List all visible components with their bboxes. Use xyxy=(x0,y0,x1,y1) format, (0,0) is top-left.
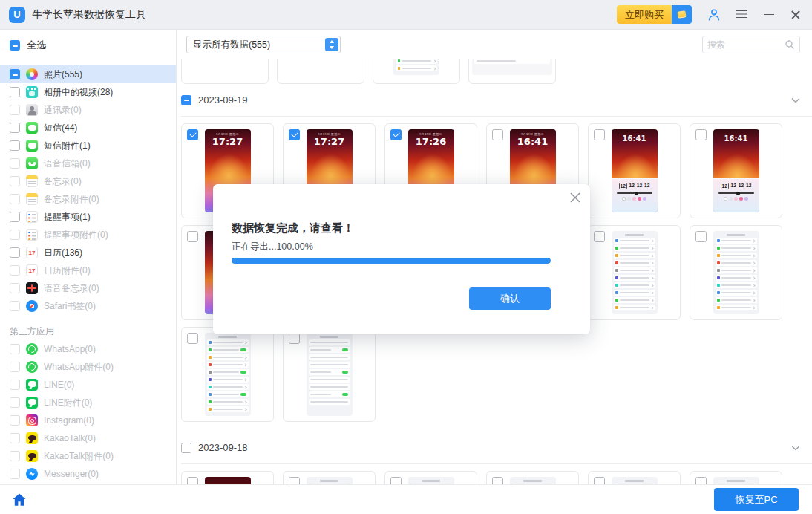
search-box[interactable] xyxy=(702,36,800,53)
select-all-row[interactable]: 全选 xyxy=(0,30,176,61)
category-checkbox[interactable] xyxy=(10,469,20,479)
select-all-checkbox[interactable] xyxy=(10,40,20,51)
buy-now-button[interactable]: 立即购买 xyxy=(617,5,692,24)
photo-card[interactable] xyxy=(690,471,782,484)
menu-icon[interactable] xyxy=(736,9,748,21)
chevron-down-icon[interactable] xyxy=(790,442,802,454)
dropdown-spinner-icon[interactable] xyxy=(325,38,338,51)
photo-card[interactable]: 16:4112121212 xyxy=(690,123,782,218)
photo-card[interactable] xyxy=(588,471,681,484)
category-checkbox[interactable] xyxy=(10,344,20,354)
data-filter-dropdown[interactable]: 显示所有数据(555) xyxy=(186,36,341,53)
photo-checkbox[interactable] xyxy=(594,231,605,242)
photo-checkbox[interactable] xyxy=(187,129,198,140)
confirm-button[interactable]: 确认 xyxy=(469,287,551,310)
sidebar-item-video[interactable]: 相册中的视频(28) xyxy=(0,83,176,101)
category-checkbox[interactable] xyxy=(10,87,20,97)
category-checkbox[interactable] xyxy=(10,301,20,311)
date-group-header[interactable]: 2023-09-19 xyxy=(181,84,812,117)
photo-checkbox[interactable] xyxy=(492,129,503,140)
category-checkbox[interactable] xyxy=(10,69,20,79)
sidebar-item-messenger[interactable]: Messenger(0) xyxy=(0,465,176,483)
photo-card[interactable] xyxy=(373,59,460,84)
screenshot-titlebar xyxy=(625,234,644,236)
photo-checkbox[interactable] xyxy=(594,129,605,140)
category-checkbox[interactable] xyxy=(10,123,20,133)
category-checkbox[interactable] xyxy=(10,247,20,258)
category-checkbox[interactable] xyxy=(10,194,20,204)
recover-to-pc-button[interactable]: 恢复至PC xyxy=(714,488,799,511)
photo-checkbox[interactable] xyxy=(289,333,300,344)
sidebar-item-kakaotalk[interactable]: KakaoTalk(0) xyxy=(0,429,176,447)
sidebar-item-notes[interactable]: 备忘录(0) xyxy=(0,172,176,190)
category-checkbox[interactable] xyxy=(10,451,20,461)
category-checkbox[interactable] xyxy=(10,212,20,222)
category-checkbox[interactable] xyxy=(10,397,20,408)
photo-card[interactable] xyxy=(384,471,477,484)
photo-card[interactable] xyxy=(588,225,681,320)
sidebar-item-voicemail[interactable]: 语音信箱(0) xyxy=(0,154,176,172)
home-icon[interactable] xyxy=(12,492,27,507)
photo-checkbox[interactable] xyxy=(695,129,707,140)
sidebar-item-notes[interactable]: 备忘录附件(0) xyxy=(0,190,176,208)
photo-card[interactable]: 16:4112121212 xyxy=(588,123,681,218)
photo-checkbox[interactable] xyxy=(289,477,300,484)
sidebar-item-messages[interactable]: 短信附件(1) xyxy=(0,137,176,154)
photo-card[interactable] xyxy=(486,471,579,484)
photo-checkbox[interactable] xyxy=(289,129,300,140)
photo-card[interactable] xyxy=(277,59,364,84)
sidebar-item-reminders[interactable]: 提醒事项附件(0) xyxy=(0,226,176,244)
category-checkbox[interactable] xyxy=(10,230,20,240)
sidebar-item-instagram[interactable]: Instagram(0) xyxy=(0,411,176,429)
category-checkbox[interactable] xyxy=(10,415,20,426)
photo-card[interactable] xyxy=(181,327,274,422)
photo-card[interactable] xyxy=(181,59,269,84)
chevron-down-icon[interactable] xyxy=(790,94,802,106)
photo-checkbox[interactable] xyxy=(187,231,198,242)
photo-card[interactable] xyxy=(283,471,376,484)
photo-checkbox[interactable] xyxy=(390,129,402,140)
sidebar-item-safari[interactable]: Safari书签(0) xyxy=(0,297,176,315)
photo-checkbox[interactable] xyxy=(695,231,707,242)
category-checkbox[interactable] xyxy=(10,176,20,186)
photo-card[interactable] xyxy=(283,327,376,422)
sidebar-item-line[interactable]: LINE(0) xyxy=(0,376,176,394)
photo-card[interactable] xyxy=(690,225,782,320)
photo-checkbox[interactable] xyxy=(594,477,605,484)
sidebar-item-calendar[interactable]: 日历(136) xyxy=(0,244,176,261)
screenshot-line xyxy=(213,409,242,410)
sidebar-item-whatsapp[interactable]: WhatsApp附件(0) xyxy=(0,358,176,376)
category-checkbox[interactable] xyxy=(10,105,20,115)
category-checkbox[interactable] xyxy=(10,283,20,293)
close-window-icon[interactable] xyxy=(790,9,802,21)
category-checkbox[interactable] xyxy=(10,433,20,443)
sidebar-item-whatsapp[interactable]: WhatsApp(0) xyxy=(0,340,176,358)
date-group-checkbox[interactable] xyxy=(181,443,191,453)
sidebar-item-contacts[interactable]: 通讯录(0) xyxy=(0,101,176,119)
sidebar-item-reminders[interactable]: 提醒事项(1) xyxy=(0,208,176,226)
sidebar-item-calendar[interactable]: 日历附件(0) xyxy=(0,261,176,279)
date-group-checkbox[interactable] xyxy=(181,95,191,105)
photo-checkbox[interactable] xyxy=(492,477,503,484)
category-checkbox[interactable] xyxy=(10,158,20,169)
minimize-icon[interactable] xyxy=(763,9,775,21)
category-checkbox[interactable] xyxy=(10,265,20,276)
search-input[interactable] xyxy=(707,39,785,50)
photo-card[interactable] xyxy=(181,471,274,484)
user-account-icon[interactable] xyxy=(707,7,721,22)
date-group-header[interactable]: 2023-09-18 xyxy=(181,432,812,464)
sidebar-item-line[interactable]: LINE附件(0) xyxy=(0,394,176,411)
category-checkbox[interactable] xyxy=(10,362,20,372)
sidebar-item-photos[interactable]: 照片(555) xyxy=(0,65,176,83)
sidebar-item-voicememo[interactable]: 语音备忘录(0) xyxy=(0,279,176,297)
sidebar-item-kakaotalk[interactable]: KakaoTalk附件(0) xyxy=(0,447,176,465)
photo-checkbox[interactable] xyxy=(187,477,198,484)
photo-checkbox[interactable] xyxy=(390,477,402,484)
photo-checkbox[interactable] xyxy=(695,477,707,484)
category-checkbox[interactable] xyxy=(10,140,20,151)
category-checkbox[interactable] xyxy=(10,380,20,390)
photo-checkbox[interactable] xyxy=(187,333,198,344)
photo-card[interactable] xyxy=(468,59,556,84)
dialog-close-icon[interactable] xyxy=(570,192,580,203)
sidebar-item-messages[interactable]: 短信(44) xyxy=(0,119,176,137)
